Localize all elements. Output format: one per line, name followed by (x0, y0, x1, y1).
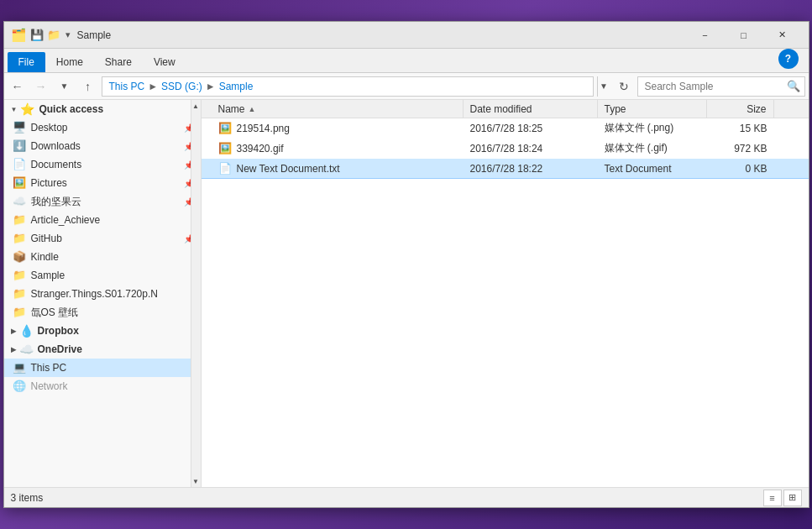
sidebar-item-qios[interactable]: 📁 氙OS 壁纸 (4, 303, 201, 322)
minimize-button[interactable]: − (686, 22, 725, 49)
kindle-icon: 📦 (13, 250, 26, 264)
sidebar-scroll-down[interactable]: ▼ (191, 475, 201, 487)
file-list: 🖼️ 219514.png 2016/7/28 18:25 媒体文件 (.png… (202, 118, 809, 487)
window-title: Sample (77, 29, 686, 41)
file-icon-txt: 📄 (218, 162, 232, 175)
sidebar-item-article[interactable]: 📁 Article_Achieve (4, 211, 201, 229)
view-controls: ≡ ⊞ (763, 490, 802, 506)
onedrive-chevron: ▶ (11, 346, 16, 354)
file-date-2: 2016/7/28 18:24 (464, 143, 598, 155)
file-explorer-window: 🗂️ 💾 📁 ▾ Sample − □ ✕ File Home Share Vi… (3, 21, 809, 508)
details-view-button[interactable]: ≡ (763, 490, 782, 506)
item-count: 3 items (11, 492, 44, 504)
file-size-1: 15 KB (707, 123, 774, 134)
sidebar-item-kindle[interactable]: 📦 Kindle (4, 248, 201, 266)
dropbox-chevron: ▶ (11, 327, 16, 335)
search-wrapper: 🔍 (637, 76, 805, 97)
breadcrumb-thispc[interactable]: This PC (109, 81, 145, 92)
sidebar-item-thispc[interactable]: 💻 This PC (4, 359, 201, 377)
sort-arrow: ▲ (249, 105, 256, 113)
status-bar: 3 items ≡ ⊞ (4, 487, 809, 507)
file-icon-png: 🖼️ (218, 122, 232, 135)
sidebar: ▲ ▼ ▼ ⭐ Quick access 🖥️ Desktop 📌 ⬇️ Dow… (4, 100, 202, 487)
tab-file[interactable]: File (8, 52, 45, 72)
file-size-2: 972 KB (707, 143, 774, 155)
address-bar: ← → ▼ ↑ This PC ► SSD (G:) ► Sample ▼ ↻ … (4, 73, 809, 100)
breadcrumb-sample[interactable]: Sample (219, 81, 254, 92)
sidebar-item-sample[interactable]: 📁 Sample (4, 266, 201, 285)
file-name-1: 🖼️ 219514.png (212, 122, 464, 135)
search-input[interactable] (637, 76, 805, 97)
col-header-date[interactable]: Date modified (464, 100, 598, 118)
quick-access-chevron: ▼ (11, 106, 18, 113)
ribbon-tabs: File Home Share View ? (4, 49, 809, 72)
sidebar-scroll-up[interactable]: ▲ (191, 100, 201, 112)
tab-view[interactable]: View (143, 52, 186, 72)
back-button[interactable]: ← (8, 76, 28, 97)
breadcrumb[interactable]: This PC ► SSD (G:) ► Sample (102, 76, 594, 97)
thispc-icon: 💻 (13, 361, 26, 374)
sidebar-item-stranger[interactable]: 📁 Stranger.Things.S01.720p.N (4, 285, 201, 303)
help-button[interactable]: ? (778, 49, 799, 69)
stranger-icon: 📁 (13, 287, 26, 301)
file-type-2: 媒体文件 (.gif) (598, 141, 707, 155)
sidebar-item-downloads[interactable]: ⬇️ Downloads 📌 (4, 137, 201, 155)
sample-icon: 📁 (13, 269, 26, 282)
sidebar-item-jianguo[interactable]: ☁️ 我的坚果云 📌 (4, 192, 201, 211)
quick-access-label: Quick access (39, 103, 103, 115)
file-icon-gif: 🖼️ (218, 142, 232, 155)
dropbox-header[interactable]: ▶ 💧 Dropbox (4, 322, 201, 340)
qios-icon: 📁 (13, 306, 26, 319)
sidebar-item-network[interactable]: 🌐 Network (4, 377, 201, 395)
file-list-header: Name ▲ Date modified Type Size (202, 100, 809, 118)
breadcrumb-ssd[interactable]: SSD (G:) (161, 81, 202, 92)
sidebar-item-documents[interactable]: 📄 Documents 📌 (4, 155, 201, 174)
icons-view-button[interactable]: ⊞ (783, 490, 802, 506)
network-icon: 🌐 (13, 380, 26, 393)
recent-locations-button[interactable]: ▼ (55, 76, 75, 97)
sidebar-item-github[interactable]: 📁 GitHub 📌 (4, 229, 201, 248)
documents-icon: 📄 (13, 158, 26, 171)
tab-share[interactable]: Share (94, 52, 143, 72)
tab-home[interactable]: Home (45, 52, 94, 72)
file-type-1: 媒体文件 (.png) (598, 121, 707, 135)
title-icons: 🗂️ 💾 📁 ▾ (11, 28, 71, 43)
title-bar: 🗂️ 💾 📁 ▾ Sample − □ ✕ (4, 22, 809, 49)
onedrive-header[interactable]: ▶ ☁️ OneDrive (4, 340, 201, 359)
article-icon: 📁 (13, 213, 26, 227)
breadcrumb-dropdown-button[interactable]: ▼ (597, 76, 610, 97)
up-button[interactable]: ↑ (78, 76, 98, 97)
window-controls: − □ ✕ (686, 22, 802, 49)
maximize-button[interactable]: □ (725, 22, 763, 49)
file-name-3: 📄 New Text Document.txt (212, 162, 464, 175)
sidebar-item-pictures[interactable]: 🖼️ Pictures 📌 (4, 174, 201, 192)
file-type-3: Text Document (598, 163, 707, 175)
quick-access-header[interactable]: ▼ ⭐ Quick access (4, 100, 201, 118)
close-button[interactable]: ✕ (763, 22, 802, 49)
table-row[interactable]: 🖼️ 219514.png 2016/7/28 18:25 媒体文件 (.png… (202, 118, 809, 139)
col-header-name[interactable]: Name ▲ (212, 100, 464, 118)
table-row[interactable]: 📄 New Text Document.txt 2016/7/28 18:22 … (202, 159, 809, 179)
jianguo-icon: ☁️ (13, 195, 26, 208)
sidebar-item-desktop[interactable]: 🖥️ Desktop 📌 (4, 118, 201, 137)
file-date-3: 2016/7/28 18:22 (464, 163, 598, 175)
forward-button[interactable]: → (31, 76, 51, 97)
pictures-icon: 🖼️ (13, 176, 26, 190)
file-name-2: 🖼️ 339420.gif (212, 142, 464, 155)
github-icon: 📁 (13, 232, 26, 245)
file-area: Name ▲ Date modified Type Size � (202, 100, 809, 487)
downloads-icon: ⬇️ (13, 139, 26, 153)
table-row[interactable]: 🖼️ 339420.gif 2016/7/28 18:24 媒体文件 (.gif… (202, 139, 809, 159)
col-header-size[interactable]: Size (707, 100, 774, 118)
file-date-1: 2016/7/28 18:25 (464, 123, 598, 134)
ribbon: File Home Share View ? (4, 49, 809, 73)
main-content: ▲ ▼ ▼ ⭐ Quick access 🖥️ Desktop 📌 ⬇️ Dow… (4, 100, 809, 487)
file-size-3: 0 KB (707, 163, 774, 175)
desktop-icon: 🖥️ (13, 121, 26, 134)
col-header-type[interactable]: Type (598, 100, 707, 118)
refresh-button[interactable]: ↻ (614, 76, 634, 97)
